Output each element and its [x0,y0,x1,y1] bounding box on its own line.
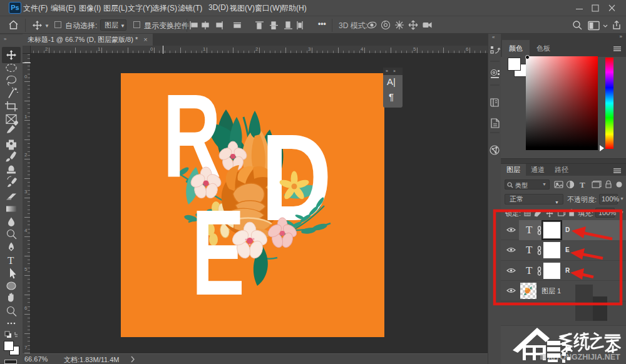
svg-text:E: E [192,184,245,320]
svg-text:T: T [8,255,14,266]
svg-text:XITONGZHIJIA.NET: XITONGZHIJIA.NET [548,353,620,361]
svg-text:T: T [580,180,585,189]
